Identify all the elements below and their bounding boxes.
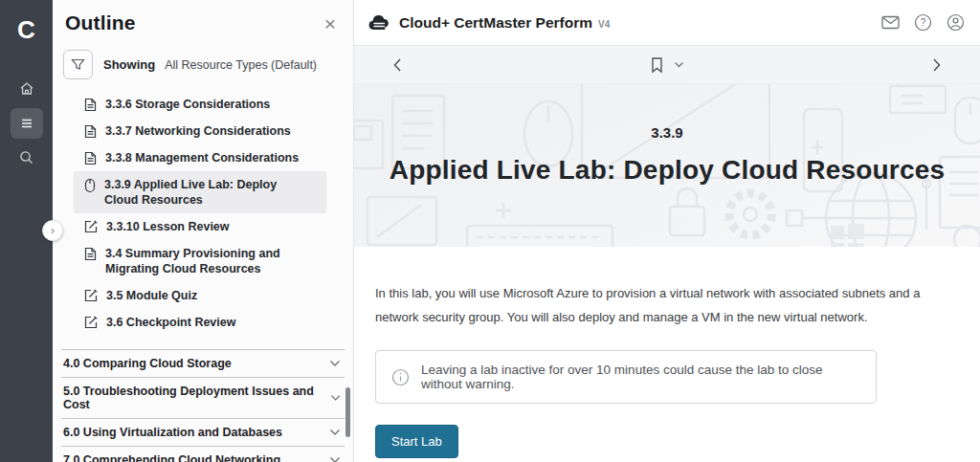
chevron-left-icon bbox=[392, 57, 402, 73]
bookmark-menu-button[interactable] bbox=[674, 61, 684, 68]
outline-item[interactable]: 3.4 Summary Provisioning and Migrating C… bbox=[74, 240, 326, 282]
help-button[interactable]: ? bbox=[914, 13, 932, 32]
collapse-chevron-icon: › bbox=[51, 224, 55, 237]
outline-item[interactable]: 3.3.7 Networking Considerations bbox=[74, 118, 326, 144]
outline-item-label: 3.4 Summary Provisioning and Migrating C… bbox=[105, 246, 306, 276]
chevron-down-icon bbox=[330, 394, 341, 402]
lesson-nav-bar bbox=[354, 46, 980, 84]
bookmark-button[interactable] bbox=[650, 56, 664, 74]
bookmark-group bbox=[650, 56, 684, 74]
app-version: V4 bbox=[598, 19, 610, 30]
filter-button[interactable] bbox=[63, 50, 93, 79]
section-row[interactable]: 7.0 Comprehending Cloud Networking bbox=[61, 446, 345, 462]
previous-page-button[interactable] bbox=[392, 57, 402, 73]
app-root: C › Outline × bbox=[0, 0, 980, 462]
chevron-down-small-icon bbox=[674, 61, 684, 68]
home-icon bbox=[18, 80, 35, 98]
lesson-body: In this lab, you will use Microsoft Azur… bbox=[354, 247, 980, 458]
brand: Cloud+ CertMaster Perform V4 bbox=[368, 14, 610, 32]
outline-item[interactable]: 3.3.8 Management Considerations bbox=[74, 144, 326, 171]
search-button[interactable] bbox=[11, 143, 43, 173]
filter-showing-label: Showing bbox=[103, 57, 155, 72]
edit-icon bbox=[84, 316, 98, 329]
messages-button[interactable] bbox=[881, 15, 900, 30]
section-row[interactable]: 5.0 Troubleshooting Deployment Issues an… bbox=[61, 377, 345, 418]
outline-item[interactable]: 3.6 Checkpoint Review bbox=[74, 309, 326, 336]
edit-icon bbox=[84, 220, 98, 233]
app-title: Cloud+ CertMaster Perform bbox=[399, 14, 592, 32]
chevron-right-icon bbox=[932, 57, 942, 73]
chevron-down-icon bbox=[329, 456, 341, 462]
lesson-description: In this lab, you will use Microsoft Azur… bbox=[375, 281, 965, 329]
lab-mouse-icon bbox=[84, 178, 96, 193]
start-lab-button[interactable]: Start Lab bbox=[375, 425, 458, 458]
outline-item[interactable]: 3.5 Module Quiz bbox=[74, 282, 326, 309]
outline-item-label: 3.3.7 Networking Considerations bbox=[105, 123, 291, 139]
app-logo[interactable]: C bbox=[17, 15, 35, 45]
collapse-panel-button[interactable]: › bbox=[42, 220, 63, 241]
header-actions: ? bbox=[881, 13, 965, 32]
filter-value[interactable]: All Resource Types (Default) bbox=[165, 58, 317, 72]
section-row[interactable]: 6.0 Using Virtualization and Databases bbox=[61, 418, 345, 446]
menu-icon bbox=[18, 115, 35, 132]
section-label: 4.0 Comparing Cloud Storage bbox=[63, 357, 232, 370]
outline-item[interactable]: 3.3.6 Storage Considerations bbox=[74, 91, 326, 118]
close-icon: × bbox=[324, 12, 336, 34]
outline-item-label: 3.3.9 Applied Live Lab: Deploy Cloud Res… bbox=[104, 177, 305, 208]
section-label: 7.0 Comprehending Cloud Networking bbox=[63, 453, 280, 462]
outline-item-label: 3.6 Checkpoint Review bbox=[106, 315, 235, 330]
outline-menu-button[interactable] bbox=[11, 108, 43, 139]
outline-panel-header: Outline × bbox=[53, 0, 353, 34]
funnel-icon bbox=[70, 56, 86, 73]
main-header: Cloud+ CertMaster Perform V4 ? bbox=[354, 0, 980, 46]
chevron-down-icon bbox=[329, 429, 341, 436]
outline-item[interactable]: 3.3.10 Lesson Review bbox=[74, 213, 326, 240]
document-icon bbox=[84, 151, 97, 165]
svg-text:?: ? bbox=[921, 17, 926, 28]
edit-icon bbox=[84, 289, 98, 302]
info-icon bbox=[391, 368, 410, 386]
account-icon bbox=[947, 13, 965, 32]
inactivity-notice: Leaving a lab inactive for over 10 minut… bbox=[375, 350, 877, 404]
main-area: Cloud+ CertMaster Perform V4 ? bbox=[354, 0, 980, 462]
cloud-logo-icon bbox=[368, 14, 390, 31]
bookmark-icon bbox=[650, 56, 664, 74]
lesson-hero: 3.3.9 Applied Live Lab: Deploy Cloud Res… bbox=[354, 84, 980, 247]
outline-title: Outline bbox=[65, 11, 136, 34]
outline-list: 3.3.6 Storage Considerations 3.3.7 Netwo… bbox=[53, 91, 353, 336]
section-label: 6.0 Using Virtualization and Databases bbox=[63, 426, 282, 439]
close-outline-button[interactable]: × bbox=[321, 13, 340, 33]
section-row[interactable]: 4.0 Comparing Cloud Storage bbox=[61, 349, 345, 377]
outline-panel: Outline × Showing All Resource Types (De… bbox=[53, 0, 354, 462]
document-icon bbox=[84, 124, 97, 139]
section-label: 5.0 Troubleshooting Deployment Issues an… bbox=[63, 385, 330, 411]
search-icon bbox=[18, 149, 35, 166]
outline-scrollbar[interactable] bbox=[345, 86, 351, 454]
document-icon bbox=[84, 98, 97, 112]
document-icon bbox=[84, 247, 97, 261]
help-icon: ? bbox=[914, 13, 932, 32]
notice-text: Leaving a lab inactive for over 10 minut… bbox=[421, 363, 860, 391]
outline-item-label: 3.3.10 Lesson Review bbox=[106, 219, 230, 234]
lesson-number: 3.3.9 bbox=[354, 124, 980, 141]
outline-item-selected[interactable]: 3.3.9 Applied Live Lab: Deploy Cloud Res… bbox=[74, 171, 326, 213]
outline-sections: 4.0 Comparing Cloud Storage 5.0 Troubles… bbox=[53, 349, 353, 462]
filter-row: Showing All Resource Types (Default) bbox=[63, 50, 353, 79]
account-button[interactable] bbox=[947, 13, 965, 32]
scrollbar-thumb[interactable] bbox=[345, 387, 350, 437]
hero-content: 3.3.9 Applied Live Lab: Deploy Cloud Res… bbox=[354, 84, 980, 186]
home-button[interactable] bbox=[11, 74, 43, 104]
lesson-title: Applied Live Lab: Deploy Cloud Resources bbox=[354, 155, 980, 186]
outline-item-label: 3.5 Module Quiz bbox=[106, 288, 197, 303]
next-page-button[interactable] bbox=[932, 57, 942, 73]
mail-icon bbox=[881, 15, 900, 30]
outline-item-label: 3.3.8 Management Considerations bbox=[105, 150, 299, 165]
outline-item-label: 3.3.6 Storage Considerations bbox=[105, 97, 270, 112]
chevron-down-icon bbox=[329, 360, 341, 367]
